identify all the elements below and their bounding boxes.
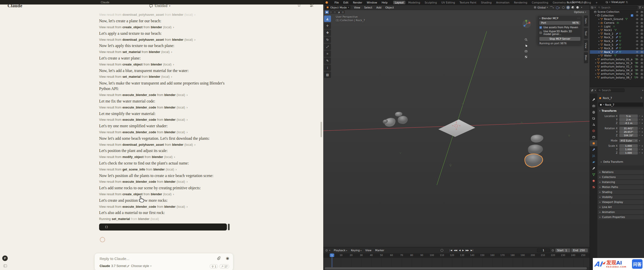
npanel-tab-view[interactable]: View	[584, 40, 588, 51]
snap-magnet-icon[interactable]: ⌒▾	[550, 6, 554, 9]
tool-result-row[interactable]: View result from execute_blender_code fr…	[99, 203, 233, 210]
outliner-row-collection[interactable]: ▾Collection✓	[590, 14, 644, 18]
transform-z[interactable]: Z-0.1 m⌐	[598, 121, 644, 125]
workspace-tab-sculpting[interactable]: Sculpting	[423, 1, 438, 4]
panel-collapse-icon[interactable]: ▾	[540, 17, 540, 20]
ortho-grid-icon[interactable]	[524, 55, 528, 59]
current-frame-field[interactable]: 1	[537, 248, 550, 252]
tool-result-row[interactable]: View result from execute_blender_code fr…	[99, 104, 233, 110]
mcp-port-field[interactable]: Port 9876	[540, 21, 580, 25]
selected-rock-object[interactable]	[525, 154, 543, 167]
timeline-menu-marker[interactable]: Marker	[375, 249, 384, 252]
shading-material-icon[interactable]	[572, 6, 574, 9]
playhead-frame-badge[interactable]: 1	[330, 253, 334, 257]
properties-section-custom-properties[interactable]: ▸Custom Properties∷	[598, 215, 644, 219]
pin-icon[interactable]	[581, 1, 583, 3]
properties-section-motion-paths[interactable]: ▸Motion Paths∷	[598, 185, 644, 189]
tool-result-row[interactable]: View result from modify_object from blen…	[99, 154, 233, 160]
timeline-menu-view[interactable]: View	[365, 249, 372, 252]
capture-icon[interactable]: ◉	[226, 256, 229, 260]
npanel-tab-item[interactable]: Item	[584, 16, 588, 27]
code-scrollbar-thumb[interactable]	[228, 224, 230, 230]
properties-tab-particles-icon[interactable]	[590, 153, 597, 159]
conversation-title-dropdown[interactable]: Untitled ▾	[149, 4, 170, 8]
user-avatar[interactable]: P	[2, 255, 8, 261]
navigation-gizmo[interactable]	[522, 20, 531, 28]
transform-orientation-dropdown[interactable]: Global▾	[534, 6, 548, 9]
tool-result-row[interactable]: View result from execute_blender_code fr…	[99, 179, 233, 185]
transform-y[interactable]: Y1.000⌐	[598, 148, 644, 151]
delta-transform-section[interactable]: ▸Delta Transform	[601, 161, 623, 163]
viewport-3d[interactable]: ▣ ▢ ▢ ◪ ◫ Options▾ ◭✛✥↻⤢⌗✎⟟▧ User Perspe…	[323, 10, 590, 247]
properties-tab-physics-icon[interactable]	[590, 159, 597, 165]
outliner-row-rock_3[interactable]: ▸Rock_3	[590, 36, 644, 39]
rock-cluster-left[interactable]	[383, 112, 408, 127]
outliner-row-rock1[interactable]: ▸Rock1	[590, 28, 644, 32]
workspace-tab-compositing[interactable]: Compositing	[530, 1, 550, 4]
transform-y[interactable]: Y26.657°⌐	[598, 130, 644, 133]
transform-scale-x[interactable]: Scale X1.000⌐	[598, 144, 644, 148]
chevron-down-icon[interactable]: ▾	[642, 89, 643, 91]
timeline-menu-playback[interactable]: Playback▾	[334, 249, 347, 252]
style-selector[interactable]: Choose style ▾	[126, 264, 152, 268]
outliner-row-scene collection[interactable]: Scene Collection	[590, 10, 644, 14]
tool-result-row[interactable]: View result from download_polyhaven_asse…	[99, 142, 233, 148]
stop-mcp-server-button[interactable]: Stop MCP Server	[540, 37, 580, 41]
workspace-tab-shading[interactable]: Shading	[479, 1, 494, 4]
timeline-editor-icon[interactable]	[325, 249, 328, 252]
properties-tab-world-icon[interactable]	[590, 128, 597, 134]
outliner-row-beach_ground[interactable]: ▸Beach_Ground	[590, 17, 644, 21]
properties-section-viewport-display[interactable]: ▸Viewport Display∷	[598, 200, 644, 204]
zoom-icon[interactable]	[524, 38, 528, 41]
properties-editor-icon[interactable]	[591, 89, 594, 92]
transform-y[interactable]: Y2 m⌐	[598, 118, 644, 121]
timeline-track-area[interactable]	[323, 258, 590, 267]
tool-result-row[interactable]: View result from download_polyhaven_asse…	[99, 12, 233, 18]
menu-render[interactable]: Render	[353, 1, 362, 4]
properties-tab-constraints-icon[interactable]	[590, 165, 597, 171]
outliner-row-anthurium_botany_04_d[interactable]: ▸anthurium_botany_04_d	[590, 68, 644, 72]
mode-selector[interactable]: Object Mode ▾	[325, 6, 350, 9]
timeline-ruler[interactable]: 1102030405060708090100110120130140150160…	[323, 253, 590, 258]
proportional-edit-icon[interactable]: ◯▾	[556, 6, 560, 9]
transform-mode[interactable]: ModeXYZ Euler▾	[598, 139, 644, 142]
properties-tab-material-icon[interactable]	[590, 178, 597, 184]
viewport-menu-select[interactable]: Select	[364, 6, 372, 9]
transform-location-x[interactable]: Location X5 m⌐	[598, 114, 644, 118]
properties-tab-object-data-icon[interactable]	[590, 172, 597, 178]
properties-section-line-art[interactable]: ▸Line Art∷	[598, 205, 644, 209]
outliner-row-rock_6[interactable]: ▸Rock_6	[590, 47, 644, 50]
tool-result-row[interactable]: View result from execute_blender_code fr…	[99, 129, 233, 136]
tool-result-row[interactable]: View result from create_object from blen…	[99, 24, 233, 31]
pan-hand-icon[interactable]	[525, 44, 528, 47]
settings-sliders-icon[interactable]	[310, 3, 314, 8]
tool-result-row[interactable]: View result from download_polyhaven_asse…	[99, 37, 233, 43]
tool-result-row[interactable]: View result from set_material from blend…	[99, 49, 233, 55]
rock-stack-right[interactable]	[528, 135, 544, 155]
shading-solid-icon[interactable]	[567, 6, 569, 9]
properties-tab-modifiers-icon[interactable]	[590, 147, 597, 153]
menu-window[interactable]: Window	[367, 1, 377, 4]
properties-tab-scene-icon[interactable]	[590, 121, 597, 127]
mcp-plug-badge[interactable]: 1	[210, 264, 218, 268]
checkbox-checked-icon[interactable]: ✓	[540, 26, 542, 29]
workspace-tab-+[interactable]: +	[594, 1, 600, 4]
outliner-row-anthurium_botany_01_c[interactable]: ▸anthurium_botany_01_c	[590, 65, 644, 68]
message-composer[interactable]: Reply to Claude... ◉ Claude 3.7 Sonnet ▾…	[94, 253, 234, 270]
prev-keyframe-button[interactable]: ◀◀	[454, 249, 457, 251]
play-button[interactable]: ▶	[462, 249, 464, 251]
frame-end-field[interactable]: End250	[571, 248, 588, 252]
outliner-display-mode-icon[interactable]	[591, 6, 594, 9]
tool-result-row[interactable]: View result from execute_blender_code fr…	[99, 92, 233, 98]
menu-edit[interactable]: Edit	[344, 1, 348, 4]
properties-section-instancing[interactable]: ▸Instancing∷	[598, 180, 644, 184]
outliner-row-rock_4[interactable]: ▸Rock_4	[590, 39, 644, 43]
outliner-row-rock_5[interactable]: ▸Rock_5	[590, 43, 644, 47]
camera-view-icon[interactable]	[524, 50, 528, 53]
tool-result-row[interactable]: View result from create_object from blen…	[99, 61, 233, 68]
outliner-row-anthurium_botany_01_b[interactable]: ▸anthurium_botany_01_b	[590, 61, 644, 65]
viewport-menu-object[interactable]: Object	[386, 6, 394, 9]
menu-help[interactable]: Help	[382, 1, 388, 4]
shading-rendered-icon[interactable]	[576, 6, 579, 9]
properties-section-shading[interactable]: ▸Shading∷	[598, 190, 644, 194]
